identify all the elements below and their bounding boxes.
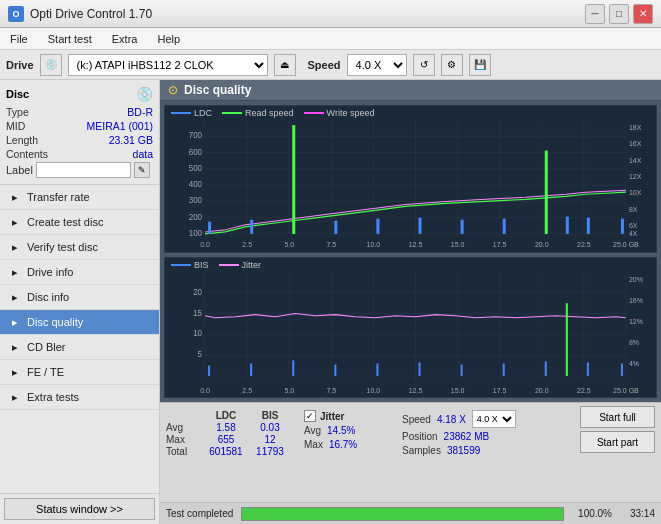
nav-icon-disc-info: ▸ — [8, 290, 22, 304]
nav-icon-transfer-rate: ▸ — [8, 190, 22, 204]
charts-area: LDC Read speed Write speed — [160, 101, 661, 402]
col-header-bis: BIS — [248, 410, 292, 421]
start-full-button[interactable]: Start full — [580, 406, 655, 428]
nav-label-disc-info: Disc info — [27, 291, 69, 303]
nav-item-disc-info[interactable]: ▸ Disc info — [0, 285, 159, 310]
nav-item-create-test-disc[interactable]: ▸ Create test disc — [0, 210, 159, 235]
nav-icon-create-test-disc: ▸ — [8, 215, 22, 229]
row-total-label: Total — [166, 446, 204, 457]
nav-item-transfer-rate[interactable]: ▸ Transfer rate — [0, 185, 159, 210]
speed-value: 4.18 X — [437, 414, 466, 425]
menu-help[interactable]: Help — [151, 31, 186, 47]
svg-rect-27 — [545, 151, 548, 234]
drive-select[interactable]: (k:) ATAPI iHBS112 2 CLOK — [68, 54, 268, 76]
nav-item-drive-info[interactable]: ▸ Drive info — [0, 260, 159, 285]
svg-rect-30 — [621, 219, 624, 234]
svg-text:5.0: 5.0 — [284, 387, 294, 395]
menu-start-test[interactable]: Start test — [42, 31, 98, 47]
speed-dropdown[interactable]: 4.0 X — [472, 410, 516, 428]
jitter-avg-label: Avg — [304, 425, 321, 436]
svg-text:8%: 8% — [629, 339, 640, 347]
bis-legend: BIS Jitter — [165, 258, 656, 272]
row-avg-label: Avg — [166, 422, 204, 433]
main-area: Disc 💿 Type BD-R MID MEIRA1 (001) Length… — [0, 80, 661, 524]
row-max-bis: 12 — [248, 434, 292, 445]
svg-text:20.0: 20.0 — [535, 387, 549, 395]
svg-text:200: 200 — [189, 213, 203, 222]
bis-chart: BIS Jitter — [164, 257, 657, 398]
jitter-label: Jitter — [320, 411, 344, 422]
ldc-legend-read: Read speed — [222, 108, 294, 118]
action-buttons: Start full Start part — [580, 406, 655, 499]
svg-rect-25 — [461, 220, 464, 234]
svg-text:16X: 16X — [629, 140, 642, 147]
disc-icon: 💿 — [136, 86, 153, 102]
maximize-button[interactable]: □ — [609, 4, 629, 24]
nav-label-transfer-rate: Transfer rate — [27, 191, 90, 203]
settings-button[interactable]: ⚙ — [441, 54, 463, 76]
bis-legend-bis-label: BIS — [194, 260, 209, 270]
svg-text:22.5: 22.5 — [577, 387, 591, 395]
jitter-checkbox[interactable]: ✓ — [304, 410, 316, 422]
save-button[interactable]: 💾 — [469, 54, 491, 76]
jitter-avg-value: 14.5% — [327, 425, 355, 436]
svg-text:2.5: 2.5 — [242, 387, 252, 395]
speed-key: Speed — [402, 414, 431, 425]
speed-select[interactable]: 4.0 X — [347, 54, 407, 76]
bis-legend-jitter-label: Jitter — [242, 260, 262, 270]
col-header-blank — [166, 410, 204, 421]
nav-item-extra-tests[interactable]: ▸ Extra tests — [0, 385, 159, 410]
speed-label: Speed — [308, 59, 341, 71]
minimize-button[interactable]: ─ — [585, 4, 605, 24]
bis-chart-svg-wrap: 20 15 10 5 20% 16% 12% 8% 4% 0.0 2.5 5.0 — [165, 272, 656, 397]
disc-section: Disc 💿 Type BD-R MID MEIRA1 (001) Length… — [0, 80, 159, 185]
close-button[interactable]: ✕ — [633, 4, 653, 24]
nav-item-verify-test-disc[interactable]: ▸ Verify test disc — [0, 235, 159, 260]
svg-rect-79 — [419, 363, 421, 377]
label-edit-button[interactable]: ✎ — [134, 162, 150, 178]
svg-rect-0 — [165, 120, 656, 252]
start-part-button[interactable]: Start part — [580, 431, 655, 453]
samples-key: Samples — [402, 445, 441, 456]
ldc-legend: LDC Read speed Write speed — [165, 106, 656, 120]
svg-text:6X: 6X — [629, 222, 638, 229]
nav-item-fe-te[interactable]: ▸ FE / TE — [0, 360, 159, 385]
type-value: BD-R — [127, 106, 153, 118]
svg-text:300: 300 — [189, 196, 203, 205]
svg-text:7.5: 7.5 — [326, 241, 336, 248]
progress-time: 33:14 — [620, 508, 655, 519]
status-window-button[interactable]: Status window >> — [4, 498, 155, 520]
row-avg-ldc: 1.58 — [204, 422, 248, 433]
ldc-chart: LDC Read speed Write speed — [164, 105, 657, 253]
progress-percent: 100.0% — [572, 508, 612, 519]
nav-icon-disc-quality: ▸ — [8, 315, 22, 329]
svg-rect-74 — [208, 366, 210, 376]
nav-icon-cd-bler: ▸ — [8, 340, 22, 354]
svg-text:14X: 14X — [629, 157, 642, 164]
eject-button[interactable]: ⏏ — [274, 54, 296, 76]
ldc-legend-ldc-label: LDC — [194, 108, 212, 118]
status-button-wrap: Status window >> — [0, 493, 159, 524]
menu-extra[interactable]: Extra — [106, 31, 144, 47]
svg-text:20%: 20% — [629, 277, 644, 285]
refresh-button[interactable]: ↺ — [413, 54, 435, 76]
svg-text:400: 400 — [189, 180, 203, 189]
nav-item-cd-bler[interactable]: ▸ CD Bler — [0, 335, 159, 360]
nav-item-disc-quality[interactable]: ▸ Disc quality — [0, 310, 159, 335]
svg-text:2.5: 2.5 — [242, 241, 252, 248]
app-title: Opti Drive Control 1.70 — [30, 7, 152, 21]
row-avg-bis: 0.03 — [248, 422, 292, 433]
svg-text:12X: 12X — [629, 173, 642, 180]
svg-text:0.0: 0.0 — [200, 241, 210, 248]
svg-text:15.0: 15.0 — [451, 387, 465, 395]
menu-file[interactable]: File — [4, 31, 34, 47]
svg-rect-23 — [376, 219, 379, 234]
svg-rect-83 — [566, 303, 568, 376]
sidebar: Disc 💿 Type BD-R MID MEIRA1 (001) Length… — [0, 80, 160, 524]
svg-text:5.0: 5.0 — [284, 241, 294, 248]
label-input[interactable] — [36, 162, 131, 178]
svg-text:20: 20 — [193, 288, 202, 297]
svg-rect-80 — [461, 365, 463, 376]
svg-rect-76 — [292, 361, 294, 377]
svg-rect-75 — [250, 364, 252, 376]
